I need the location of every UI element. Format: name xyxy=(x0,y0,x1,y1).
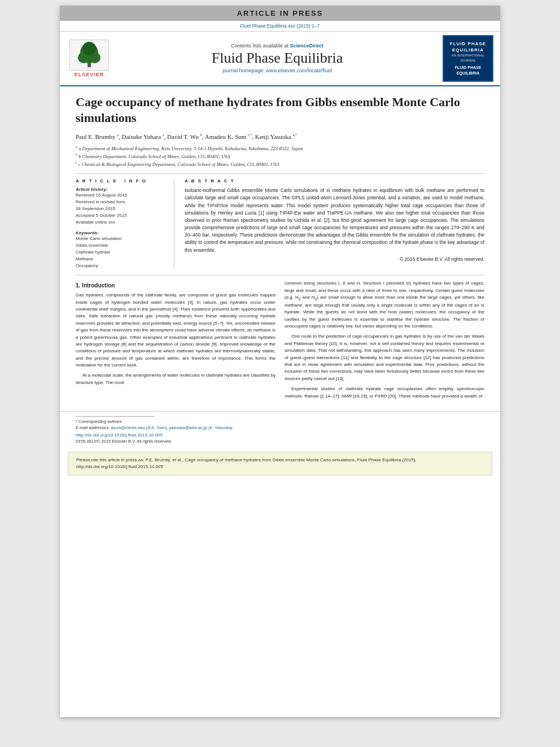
keyword-1: Monte Carlo simulation xyxy=(76,235,167,242)
email-line: E-mail addresses: asum@mines.edu (A.K. S… xyxy=(76,425,484,430)
received-revised: Received in revised form28 September 201… xyxy=(76,199,167,212)
sciencedirect-label: ScienceDirect xyxy=(290,43,324,49)
affiliations: a a Department of Mechanical Engineering… xyxy=(76,145,484,168)
keyword-5: Occupancy xyxy=(76,263,167,269)
email-label: E-mail addresses: xyxy=(76,425,110,430)
sciencedirect-line: Contents lists available at ScienceDirec… xyxy=(117,43,437,49)
accepted-date: Accepted 5 October 2015 xyxy=(76,212,167,219)
homepage-url: www.elsevier.com/locate/fluid xyxy=(266,68,332,73)
affiliation-b: b b Chemistry Department, Colorado Schoo… xyxy=(76,152,484,160)
received-date: Received 15 August 2015 xyxy=(76,192,167,199)
article-info-col: A R T I C L E I N F O Article history: R… xyxy=(76,178,174,269)
article-in-press-banner: ARTICLE IN PRESS xyxy=(60,6,500,21)
abstract-col: A B S T R A C T Isobaric-isothermal Gibb… xyxy=(185,178,484,269)
article-info-label: A R T I C L E I N F O xyxy=(76,178,167,184)
body-para-3: common being structures I, II and H. Str… xyxy=(285,280,484,330)
abstract-label: A B S T R A C T xyxy=(185,178,484,184)
body-right-text: common being structures I, II and H. Str… xyxy=(285,280,484,400)
abstract-text: Isobaric-isothermal Gibbs ensemble Monte… xyxy=(185,187,484,254)
history-label: Article history: xyxy=(76,187,167,192)
article-info-abstract: A R T I C L E I N F O Article history: R… xyxy=(76,178,484,269)
footnote-area: * Corresponding authors. E-mail addresse… xyxy=(60,411,500,448)
body-right-col: common being structures I, II and H. Str… xyxy=(285,280,484,403)
journal-title: Fluid Phase Equilibria xyxy=(117,50,437,67)
affiliation-a: a a Department of Mechanical Engineering… xyxy=(76,145,484,152)
article-title: Cage occupancy of methane hydrates from … xyxy=(76,94,484,126)
body-para-4: One route to the prediction of cage occu… xyxy=(285,333,484,382)
journal-center: Contents lists available at ScienceDirec… xyxy=(117,43,437,73)
elsevier-logo-box xyxy=(69,40,109,71)
elsevier-tree-svg xyxy=(72,41,106,69)
article-page: ARTICLE IN PRESS Fluid Phase Equilibria … xyxy=(60,6,500,717)
doi-line[interactable]: http://dx.doi.org/10.1016/j.fluid.2015.1… xyxy=(76,433,484,438)
elsevier-wordmark: ELSEVIER xyxy=(75,72,104,77)
doi-link[interactable]: http://dx.doi.org/10.1016/j.fluid.2015.1… xyxy=(76,433,163,438)
body-para-5: Experimental studies of clathrate hydrat… xyxy=(285,386,484,400)
issn-line: 0378-3812/© 2015 Elsevier B.V. All right… xyxy=(76,439,484,444)
email-addresses: asum@mines.edu (A.K. Sum), yasuoka@keio.… xyxy=(111,425,234,430)
article-content: Cage occupancy of methane hydrates from … xyxy=(60,86,500,411)
divider-2 xyxy=(76,275,484,276)
journal-homepage: journal homepage: www.elsevier.com/locat… xyxy=(117,68,437,73)
banner-text: ARTICLE IN PRESS xyxy=(237,9,323,18)
body-para-1: Gas hydrates, compounds of the clathrate… xyxy=(76,292,275,369)
body-content: 1. Introduction Gas hydrates, compounds … xyxy=(76,280,484,403)
corresponding-note: * Corresponding authors. xyxy=(76,419,484,424)
history-section: Article history: Received 15 August 2015… xyxy=(76,187,167,226)
body-left-text: Gas hydrates, compounds of the clathrate… xyxy=(76,292,275,386)
copyright-line: © 2015 Elsevier B.V. All rights reserved… xyxy=(185,256,484,262)
citation-footer: Please cite this article in press as: P.… xyxy=(68,452,492,475)
keyword-2: Gibbs ensemble xyxy=(76,242,167,249)
journal-header: ELSEVIER Contents lists available at Sci… xyxy=(60,32,500,86)
affiliation-c: c c Chemical & Biological Engineering De… xyxy=(76,160,484,168)
keyword-4: Methane xyxy=(76,256,167,263)
keyword-3: Clathrate hydrate xyxy=(76,249,167,256)
body-para-2: At a molecular scale, the arrangements o… xyxy=(76,372,275,386)
elsevier-logo: ELSEVIER xyxy=(67,40,112,77)
keywords-label: Keywords: xyxy=(76,230,167,235)
citation-footer-text: Please cite this article in press as: P.… xyxy=(76,457,417,469)
journal-citation: Fluid Phase Equilibria xxx (2015) 1–7 xyxy=(240,23,320,29)
keywords-section: Keywords: Monte Carlo simulation Gibbs e… xyxy=(76,230,167,269)
svg-point-4 xyxy=(82,42,96,55)
divider-1 xyxy=(76,173,484,174)
available-online: Available online xxx xyxy=(76,219,167,226)
body-left-col: 1. Introduction Gas hydrates, compounds … xyxy=(76,280,275,403)
journal-logo-right: FLUID PHASE EQUILIBRIA AN INTERNATIONAL … xyxy=(443,35,493,82)
authors-line: Paul E. Brumby a, Daisuke Yuhara a, Davi… xyxy=(76,132,484,142)
citation-line: Fluid Phase Equilibria xxx (2015) 1–7 xyxy=(60,21,500,32)
section1-heading: 1. Introduction xyxy=(76,282,275,289)
